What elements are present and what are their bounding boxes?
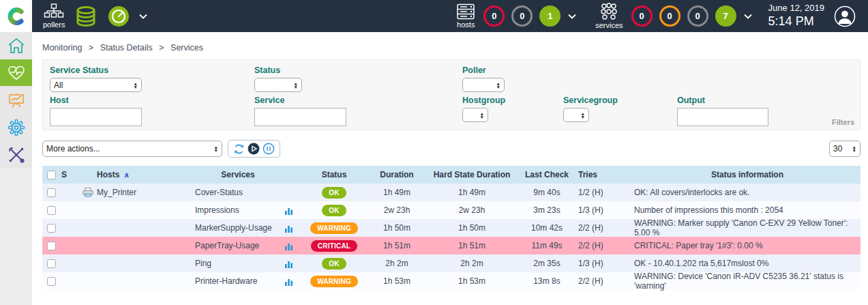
service-link[interactable]: Ping: [195, 259, 211, 268]
row-checkbox[interactable]: [47, 224, 56, 233]
col-duration[interactable]: Duration: [365, 170, 428, 179]
hosts-label: hosts: [457, 20, 475, 29]
duration-cell: 2h 2m: [365, 259, 428, 268]
gear-icon: [8, 119, 25, 136]
last-check-cell: 2m 35s: [515, 259, 578, 268]
col-services[interactable]: Services: [173, 170, 303, 179]
status-information-cell: OK - 10.40.1.202 rta 5,617mslost 0%: [627, 259, 860, 268]
centreon-c-icon: [6, 6, 27, 27]
service-label: Service: [254, 96, 455, 105]
last-check-cell: 9m 40s: [515, 188, 578, 197]
service-link[interactable]: Cover-Status: [195, 188, 243, 197]
services-critical-counter[interactable]: 0: [631, 5, 653, 27]
table-row: Ping OK 2h 2m 2h 2m 2m 35s 1/3 (H) OK - …: [42, 255, 860, 272]
hard-state-duration-cell: 1h 53m: [428, 276, 515, 286]
poller-select[interactable]: ▲▼: [462, 78, 505, 92]
sidebar-item-monitoring[interactable]: [0, 59, 32, 86]
pause-button[interactable]: [263, 143, 275, 155]
more-actions-select[interactable]: More actions... ▲▼: [42, 141, 222, 157]
database-status[interactable]: [74, 5, 98, 27]
row-checkbox[interactable]: [47, 188, 56, 197]
service-link[interactable]: Printer-Hardware: [195, 276, 257, 286]
gauge-status[interactable]: [107, 5, 130, 28]
table-row: Printer-Hardware WARNING 1h 53m 1h 53m 1…: [42, 272, 860, 290]
sidebar-item-administration[interactable]: [0, 141, 32, 168]
duration-cell: 1h 51m: [365, 241, 428, 250]
user-menu[interactable]: [834, 5, 856, 27]
status-badge: CRITICAL: [311, 240, 357, 252]
row-checkbox[interactable]: [47, 277, 56, 286]
table-row: MarkerSupply-Usage WARNING 1h 50m 1h 50m…: [42, 219, 860, 237]
services-label: services: [595, 21, 623, 29]
sidebar: [0, 32, 32, 305]
per-page-select[interactable]: 30 ▲▼: [829, 141, 860, 157]
hostgroup-select[interactable]: ▲▼: [462, 108, 488, 122]
hosts-unreachable-counter[interactable]: 0: [511, 5, 533, 27]
table-row: My_Printer Cover-Status OK 1h 49m 1h 49m…: [42, 184, 860, 201]
filters-tag[interactable]: Filters: [832, 118, 854, 126]
col-hosts[interactable]: Hosts∧: [97, 170, 173, 179]
row-checkbox[interactable]: [47, 259, 56, 268]
easel-chart-icon: [8, 92, 25, 108]
col-tries[interactable]: Tries: [578, 170, 627, 179]
graph-icon[interactable]: [284, 277, 293, 286]
graph-icon[interactable]: [284, 259, 293, 268]
host-input[interactable]: [50, 108, 142, 126]
tries-cell: 1/2 (H): [578, 188, 627, 197]
status-badge: WARNING: [310, 222, 358, 234]
graph-icon[interactable]: [284, 224, 293, 233]
hosts-icon: [456, 3, 475, 20]
service-input[interactable]: [254, 108, 346, 126]
status-information-cell: OK: All covers/interlocks are ok.: [627, 188, 860, 197]
service-link[interactable]: PaperTray-Usage: [195, 241, 259, 250]
hosts-menu[interactable]: hosts: [456, 3, 475, 29]
col-status[interactable]: Status: [303, 170, 365, 179]
status-badge: OK: [322, 258, 346, 270]
services-unknown-counter[interactable]: 0: [687, 5, 708, 27]
status-select[interactable]: ▲▼: [254, 78, 302, 92]
select-all-checkbox[interactable]: [47, 171, 56, 179]
service-link[interactable]: Impressions: [195, 205, 239, 215]
breadcrumb-monitoring[interactable]: Monitoring: [42, 43, 82, 53]
hosts-up-counter[interactable]: 1: [539, 5, 560, 27]
refresh-button[interactable]: [233, 143, 245, 155]
top-bar: pollers hosts 0: [0, 0, 868, 32]
stepper-icon: ▲▼: [294, 82, 298, 89]
service-status-select[interactable]: All ▲▼: [50, 78, 142, 92]
status-badge: OK: [322, 205, 346, 216]
hard-state-duration-cell: 1h 51m: [428, 241, 515, 250]
hosts-down-counter[interactable]: 0: [483, 5, 505, 27]
sidebar-item-home[interactable]: [0, 32, 32, 59]
services-menu[interactable]: services: [595, 3, 623, 29]
sidebar-item-configuration[interactable]: [0, 114, 32, 141]
graph-icon[interactable]: [284, 242, 293, 250]
row-checkbox[interactable]: [47, 206, 56, 215]
status-information-cell: CRITICAL: Paper tray '1#3': 0.00 %: [627, 241, 860, 250]
servicegroup-select[interactable]: ▲▼: [563, 108, 589, 122]
hosts-chevron-down-icon[interactable]: [568, 14, 576, 19]
service-status-label: Service Status: [50, 66, 248, 75]
current-time: 5:14 PM: [768, 14, 824, 29]
graph-icon[interactable]: [284, 206, 293, 215]
col-status-information[interactable]: Status information: [627, 170, 860, 179]
sidebar-item-reporting[interactable]: [0, 87, 32, 113]
services-chevron-down-icon[interactable]: [744, 14, 752, 19]
pollers-icon: [44, 3, 64, 20]
col-hard-state-duration[interactable]: Hard State Duration: [428, 170, 515, 179]
services-ok-counter[interactable]: 7: [715, 5, 736, 27]
breadcrumb-status-details[interactable]: Status Details: [100, 43, 153, 53]
host-link[interactable]: My_Printer: [97, 188, 136, 197]
stepper-icon: ▲▼: [214, 145, 218, 152]
breadcrumb-services[interactable]: Services: [170, 43, 203, 53]
tries-cell: 2/2 (H): [578, 241, 627, 250]
play-button[interactable]: [248, 143, 260, 155]
pollers-menu[interactable]: pollers: [43, 3, 65, 29]
row-checkbox[interactable]: [47, 242, 56, 250]
centreon-logo[interactable]: [0, 0, 32, 32]
status-badge: OK: [322, 187, 346, 199]
pollers-chevron-down-icon[interactable]: [139, 14, 147, 19]
output-input[interactable]: [677, 108, 768, 126]
col-last-check[interactable]: Last Check: [515, 170, 578, 179]
service-link[interactable]: MarkerSupply-Usage: [195, 223, 272, 233]
services-warning-counter[interactable]: 0: [659, 5, 680, 27]
